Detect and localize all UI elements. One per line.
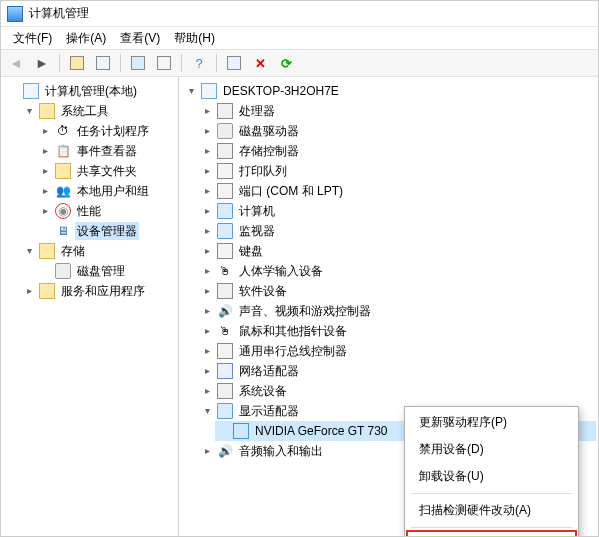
device-icon[interactable]: [223, 52, 245, 74]
cm-disable-device[interactable]: 禁用设备(D): [407, 436, 576, 463]
console-tree[interactable]: ▸ 计算机管理(本地) ▾ 系统工具: [1, 77, 179, 536]
storage-ctrl-icon: [217, 143, 233, 159]
tree-performance[interactable]: ▸ ◉ 性能: [37, 201, 176, 221]
tree-storage[interactable]: ▾ 存储: [21, 241, 176, 261]
twisty-icon[interactable]: ▸: [39, 202, 51, 220]
twisty-icon[interactable]: ▾: [23, 242, 35, 260]
tree-task-scheduler[interactable]: ▸ ⏱ 任务计划程序: [37, 121, 176, 141]
cat-keyboards[interactable]: ▸键盘: [199, 241, 596, 261]
cm-separator: [411, 527, 572, 528]
audio-io-icon: 🔊: [217, 443, 233, 459]
cat-network-adapters[interactable]: ▸网络适配器: [199, 361, 596, 381]
toolbar-btn-4[interactable]: [153, 52, 175, 74]
cat-hid[interactable]: ▸🖱人体学输入设备: [199, 261, 596, 281]
services-icon: [39, 283, 55, 299]
cat-system-devices[interactable]: ▸系统设备: [199, 381, 596, 401]
tree-shared-folders[interactable]: ▸ 共享文件夹: [37, 161, 176, 181]
device-host[interactable]: ▾ DESKTOP-3H2OH7E: [183, 81, 596, 101]
tree-event-viewer[interactable]: ▸ 📋 事件查看器: [37, 141, 176, 161]
mouse-icon: 🖱: [217, 323, 233, 339]
nav-back-icon[interactable]: ◄: [5, 52, 27, 74]
twisty-icon[interactable]: ▾: [201, 402, 213, 420]
performance-icon: ◉: [55, 203, 71, 219]
tree-device-manager[interactable]: ▸ 🖥 设备管理器: [37, 221, 176, 241]
cat-monitors[interactable]: ▸监视器: [199, 221, 596, 241]
toolbar-separator: [120, 54, 121, 72]
nav-forward-icon[interactable]: ►: [31, 52, 53, 74]
tree-disk-management[interactable]: ▸ 磁盘管理: [37, 261, 176, 281]
computer-management-window: 计算机管理 文件(F) 操作(A) 查看(V) 帮助(H) ◄ ► ? ✕ ⟳ …: [0, 0, 599, 537]
keyboard-icon: [217, 243, 233, 259]
cm-update-driver[interactable]: 更新驱动程序(P): [407, 409, 576, 436]
disk-icon: [55, 263, 71, 279]
cm-uninstall-device[interactable]: 卸载设备(U): [407, 463, 576, 490]
port-icon: [217, 183, 233, 199]
users-icon: 👥: [55, 183, 71, 199]
app-icon: [7, 6, 23, 22]
twisty-icon[interactable]: ▸: [39, 162, 51, 180]
tree-system-tools[interactable]: ▾ 系统工具: [21, 101, 176, 121]
twisty-icon[interactable]: ▸: [39, 142, 51, 160]
menubar: 文件(F) 操作(A) 查看(V) 帮助(H): [1, 27, 598, 49]
twisty-icon[interactable]: ▸: [39, 182, 51, 200]
network-icon: [217, 363, 233, 379]
cat-processors[interactable]: ▸处理器: [199, 101, 596, 121]
cat-computer[interactable]: ▸计算机: [199, 201, 596, 221]
toolbar: ◄ ► ? ✕ ⟳: [1, 49, 598, 77]
shared-folder-icon: [55, 163, 71, 179]
twisty-icon[interactable]: ▸: [23, 282, 35, 300]
cm-properties[interactable]: 属性(R): [407, 531, 576, 537]
toolbar-btn-2[interactable]: [92, 52, 114, 74]
event-icon: 📋: [55, 143, 71, 159]
system-dev-icon: [217, 383, 233, 399]
hid-icon: 🖱: [217, 263, 233, 279]
display-adapter-icon: [217, 403, 233, 419]
refresh-icon[interactable]: ⟳: [275, 52, 297, 74]
clock-icon: ⏱: [55, 123, 71, 139]
cat-usb-controllers[interactable]: ▸通用串行总线控制器: [199, 341, 596, 361]
help-icon[interactable]: ?: [188, 52, 210, 74]
system-tools-label: 系统工具: [59, 102, 111, 120]
cm-separator: [411, 493, 572, 494]
cat-software-devices[interactable]: ▸软件设备: [199, 281, 596, 301]
menu-file[interactable]: 文件(F): [7, 28, 58, 49]
computer-icon: [201, 83, 217, 99]
twisty-icon[interactable]: ▾: [23, 102, 35, 120]
folder-icon: [39, 103, 55, 119]
cat-sound-video-game[interactable]: ▸🔊声音、视频和游戏控制器: [199, 301, 596, 321]
toolbar-separator: [216, 54, 217, 72]
cpu-icon: [217, 103, 233, 119]
twisty-icon[interactable]: ▸: [39, 122, 51, 140]
monitor-icon: [217, 223, 233, 239]
tree-root[interactable]: ▸ 计算机管理(本地): [5, 81, 176, 101]
cat-disk-drives[interactable]: ▸磁盘驱动器: [199, 121, 596, 141]
cm-scan-hardware[interactable]: 扫描检测硬件改动(A): [407, 497, 576, 524]
device-mgr-icon: 🖥: [55, 223, 71, 239]
toolbar-separator: [59, 54, 60, 72]
toolbar-separator: [181, 54, 182, 72]
tree-services-apps[interactable]: ▸ 服务和应用程序: [21, 281, 176, 301]
storage-icon: [39, 243, 55, 259]
software-dev-icon: [217, 283, 233, 299]
disable-icon[interactable]: ✕: [249, 52, 271, 74]
context-menu: 更新驱动程序(P) 禁用设备(D) 卸载设备(U) 扫描检测硬件改动(A) 属性…: [404, 406, 579, 537]
tree-root-label: 计算机管理(本地): [43, 82, 139, 100]
menu-help[interactable]: 帮助(H): [168, 28, 221, 49]
cat-print-queues[interactable]: ▸打印队列: [199, 161, 596, 181]
menu-view[interactable]: 查看(V): [114, 28, 166, 49]
cat-mice[interactable]: ▸🖱鼠标和其他指针设备: [199, 321, 596, 341]
twisty-icon[interactable]: ▾: [185, 82, 197, 100]
computer-mgmt-icon: [23, 83, 39, 99]
cat-storage-controllers[interactable]: ▸存储控制器: [199, 141, 596, 161]
gpu-icon: [233, 423, 249, 439]
toolbar-btn-1[interactable]: [66, 52, 88, 74]
sound-icon: 🔊: [217, 303, 233, 319]
window-title: 计算机管理: [29, 5, 89, 22]
computer-icon: [217, 203, 233, 219]
menu-action[interactable]: 操作(A): [60, 28, 112, 49]
tree-local-users[interactable]: ▸ 👥 本地用户和组: [37, 181, 176, 201]
toolbar-btn-3[interactable]: [127, 52, 149, 74]
disk-drive-icon: [217, 123, 233, 139]
cat-ports[interactable]: ▸端口 (COM 和 LPT): [199, 181, 596, 201]
usb-icon: [217, 343, 233, 359]
